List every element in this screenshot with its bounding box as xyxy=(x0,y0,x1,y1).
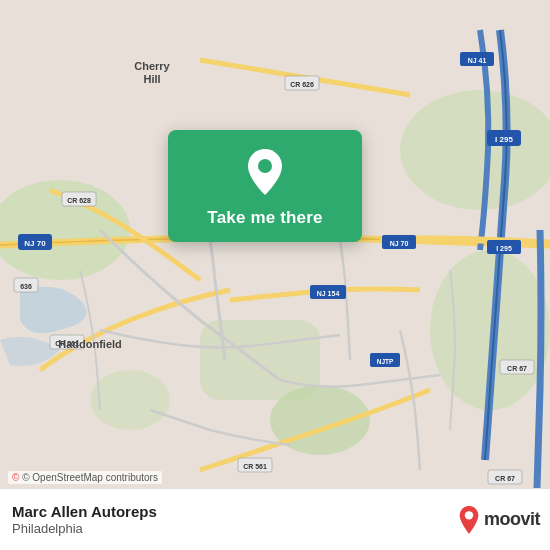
svg-point-5 xyxy=(90,370,170,430)
svg-text:NJ 41: NJ 41 xyxy=(468,57,487,64)
bottom-info: Marc Allen Autoreps Philadelphia xyxy=(12,503,457,536)
place-name: Marc Allen Autoreps xyxy=(12,503,457,520)
location-pin-icon xyxy=(245,149,285,195)
map-container: NJ 70 CR 628 636 CR 561 NJ 154 NJ 70 I 2… xyxy=(0,0,550,550)
svg-text:CR 67: CR 67 xyxy=(507,365,527,372)
svg-point-38 xyxy=(258,159,272,173)
svg-text:I 295: I 295 xyxy=(495,135,513,144)
svg-text:CR 628: CR 628 xyxy=(67,197,91,204)
svg-text:CR 626: CR 626 xyxy=(290,81,314,88)
popup-label: Take me there xyxy=(207,208,322,228)
popup-card[interactable]: Take me there xyxy=(168,130,362,242)
svg-point-39 xyxy=(465,511,473,519)
svg-text:Hill: Hill xyxy=(143,73,160,85)
svg-text:Cherry: Cherry xyxy=(134,60,170,72)
svg-text:636: 636 xyxy=(20,283,32,290)
bottom-bar: Marc Allen Autoreps Philadelphia moovit xyxy=(0,488,550,550)
map-background: NJ 70 CR 628 636 CR 561 NJ 154 NJ 70 I 2… xyxy=(0,0,550,550)
svg-text:NJ 70: NJ 70 xyxy=(390,240,409,247)
location-icon-wrap xyxy=(241,148,289,196)
svg-text:I 295: I 295 xyxy=(496,245,512,252)
place-city: Philadelphia xyxy=(12,521,457,536)
svg-text:NJ 70: NJ 70 xyxy=(24,239,46,248)
svg-text:NJTP: NJTP xyxy=(377,358,394,365)
moovit-text: moovit xyxy=(484,509,540,530)
svg-text:CR 561: CR 561 xyxy=(243,463,267,470)
osm-attribution: © © OpenStreetMap contributors xyxy=(8,471,162,484)
svg-text:NJ 154: NJ 154 xyxy=(317,290,340,297)
osm-attribution-text: © © OpenStreetMap contributors xyxy=(12,472,158,483)
moovit-logo: moovit xyxy=(457,506,540,534)
svg-text:CR 67: CR 67 xyxy=(495,475,515,482)
moovit-pin-icon xyxy=(457,506,481,534)
svg-text:Haddonfield: Haddonfield xyxy=(58,338,122,350)
